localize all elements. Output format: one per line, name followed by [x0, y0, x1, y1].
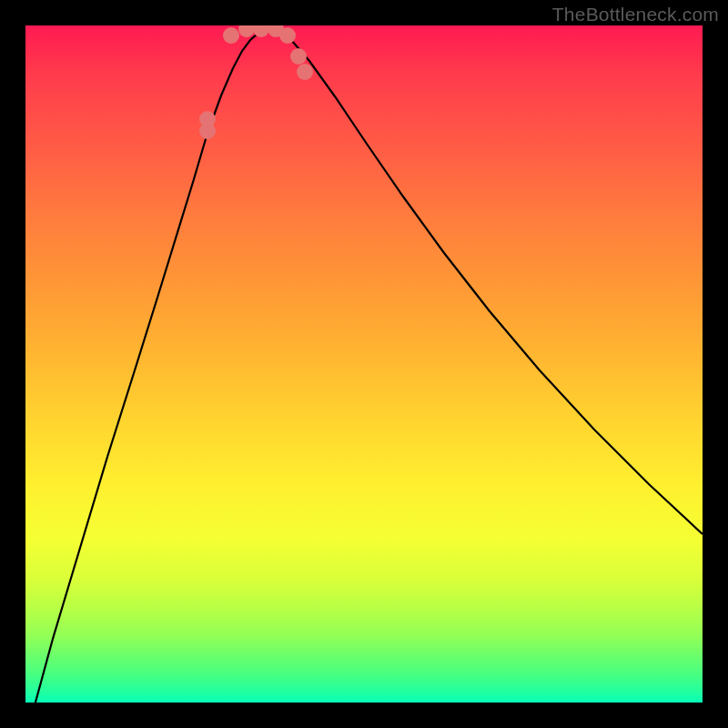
marker-dot — [290, 48, 307, 65]
chart-svg — [25, 25, 703, 703]
marker-dot — [223, 27, 239, 44]
plot-area — [25, 25, 703, 703]
bottleneck-curve — [25, 30, 703, 703]
marker-dots-group — [199, 25, 313, 139]
marker-dot — [238, 25, 255, 37]
marker-dot — [279, 27, 296, 44]
marker-dot — [297, 64, 313, 80]
chart-frame: TheBottleneck.com — [0, 0, 728, 728]
watermark-text: TheBottleneck.com — [552, 4, 719, 25]
marker-dot — [199, 111, 216, 127]
